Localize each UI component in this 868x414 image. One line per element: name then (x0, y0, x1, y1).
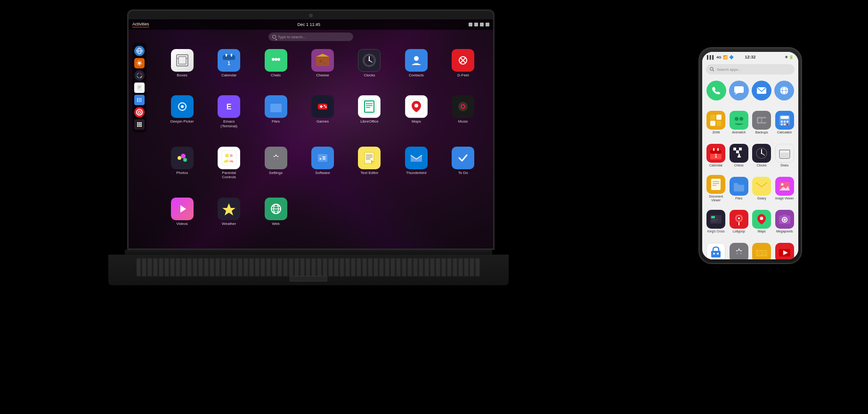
laptop: Activities Dec 1 11:45 Type to search... (108, 9, 509, 292)
battery-icon: 🔋 (789, 55, 794, 59)
dock-icon-document[interactable] (134, 83, 145, 93)
phone-app-chess[interactable]: ♟ Chess (728, 140, 750, 172)
svg-point-125 (739, 117, 743, 121)
app-contacts[interactable]: Contacts (395, 49, 438, 91)
calendar-icon: 1 (218, 49, 240, 72)
phone-app-radio[interactable]: Radio (751, 239, 773, 259)
phone-app-kingscross[interactable]: King's Cross (705, 206, 727, 238)
phone-app-calendar[interactable]: 1 Calendar (705, 140, 727, 172)
quick-icon-email[interactable] (752, 81, 771, 100)
svg-marker-112 (735, 93, 738, 95)
phone-maps-label: Maps (758, 230, 766, 233)
svg-point-136 (781, 124, 783, 125)
app-todo[interactable]: To Do (442, 147, 485, 194)
phone-app-clocks[interactable]: Clocks (751, 140, 773, 172)
gnome-search-bar[interactable]: Type to search... (268, 33, 353, 41)
app-parental[interactable]: Parental Controls (207, 147, 250, 194)
svg-rect-147 (736, 148, 739, 150)
dock-icon-help[interactable] (134, 107, 145, 117)
phone-app-calculator[interactable]: Calculator (774, 107, 796, 139)
svg-rect-189 (711, 251, 721, 257)
app-chats[interactable]: Chats (254, 49, 297, 91)
dock-icon-color[interactable] (134, 70, 145, 81)
app-thunderbird[interactable]: Thunderbird (395, 147, 438, 194)
app-photos-label: Photos (176, 171, 188, 175)
app-cheese-label: Cheese (316, 73, 329, 78)
phone-app-megapixels[interactable]: Megapixels (774, 206, 796, 238)
app-libreoffice[interactable]: LibreOffice (348, 95, 391, 142)
quick-icon-messages[interactable] (729, 81, 749, 100)
phone-app-lollypop[interactable]: Lollypop (728, 206, 750, 238)
app-parental-label: Parental Controls (215, 171, 243, 180)
phone-searchbar[interactable]: Search apps... (706, 64, 795, 75)
phone-clocks-label: Clocks (757, 164, 767, 167)
app-weather[interactable]: Weather (207, 198, 250, 240)
svg-point-186 (783, 218, 786, 221)
svg-point-24 (137, 125, 138, 127)
phone-app-backups[interactable]: Backups (751, 107, 773, 139)
search-icon (272, 35, 276, 39)
app-videos[interactable]: Videos (161, 198, 203, 240)
laptop-bezel: Activities Dec 1 11:45 Type to search... (127, 9, 495, 250)
phone-app-files[interactable]: Files (728, 173, 750, 205)
phone-app-disks[interactable]: Disks (774, 140, 796, 172)
gnome-activities-label[interactable]: Activities (132, 22, 149, 27)
svg-point-21 (137, 124, 138, 125)
svg-rect-199 (763, 253, 766, 254)
phone-calendar-label: Calendar (709, 164, 722, 167)
phone-app-shop[interactable]: Shop (705, 239, 727, 259)
app-dfeet[interactable]: D-Feet (442, 49, 485, 91)
phone-app-maps[interactable]: Maps (751, 206, 773, 238)
app-files[interactable]: Files (254, 95, 297, 142)
chats-icon (265, 49, 287, 72)
svg-point-48 (369, 60, 370, 61)
app-calendar[interactable]: 1 Calendar (207, 49, 250, 91)
svg-point-197 (759, 252, 761, 254)
app-music[interactable]: Music (442, 95, 485, 142)
phone-imageviewer-icon (775, 177, 794, 196)
phone-app-imageviewer[interactable]: Image Viewer (774, 173, 796, 205)
app-web[interactable]: Web (254, 198, 297, 240)
dock-icon-list[interactable] (134, 95, 145, 105)
phone: ▌▌▌ 4G 📶 🔷 12:32 ☀ 🔋 Search apps... (698, 47, 802, 264)
app-software[interactable]: Software (301, 147, 344, 194)
quick-icon-phone[interactable] (706, 81, 726, 100)
svg-point-179 (738, 217, 740, 219)
app-boxes[interactable]: Boxes (161, 49, 203, 91)
phone-imageviewer-label: Image Viewer (775, 197, 794, 200)
svg-point-39 (277, 58, 280, 61)
phone-app-tube[interactable]: Tube (774, 239, 796, 259)
app-games[interactable]: Games (301, 95, 344, 142)
gnome-topbar: Activities Dec 1 11:45 (129, 19, 493, 30)
app-settings[interactable]: Settings (254, 147, 297, 194)
quick-icon-browser[interactable] (774, 81, 794, 100)
dock-icon-globe[interactable] (134, 46, 145, 56)
software-icon (311, 147, 334, 169)
app-calendar-label: Calendar (221, 73, 236, 78)
tray-icon-1 (469, 23, 472, 26)
phone-lollypop-label: Lollypop (733, 230, 745, 233)
phone-status-right: ☀ 🔋 (785, 55, 794, 59)
app-cheese[interactable]: Cheese (301, 49, 344, 91)
phone-app-settings[interactable]: Settings (728, 239, 750, 259)
svg-text:Ε: Ε (227, 103, 232, 111)
app-texteditor-label: Text Editor (361, 171, 379, 175)
dock-icon-apps[interactable] (134, 119, 145, 130)
phone-app-geary[interactable]: Geary (751, 173, 773, 205)
app-clocks[interactable]: Clocks (348, 49, 391, 91)
app-emacs[interactable]: Ε Emacs (Terminal) (207, 95, 250, 142)
app-photos[interactable]: Photos (161, 147, 203, 194)
svg-point-43 (324, 63, 325, 64)
svg-point-156 (761, 152, 763, 154)
app-maps[interactable]: Maps (395, 95, 438, 142)
phone-app-animatch[interactable]: Animatch (728, 107, 750, 139)
app-deepin[interactable]: Deepin Picker (161, 95, 203, 142)
games-icon (311, 95, 334, 118)
phone-screen: ▌▌▌ 4G 📶 🔷 12:32 ☀ 🔋 Search apps... (702, 52, 798, 259)
dock-icon-radio[interactable] (134, 58, 145, 68)
app-texteditor[interactable]: Text Editor (348, 147, 391, 194)
svg-point-26 (140, 125, 142, 127)
phone-app-2048[interactable]: 2048 (705, 107, 727, 139)
phone-2048-icon (706, 111, 725, 130)
phone-app-docviewer[interactable]: Document Viewer (705, 173, 727, 205)
